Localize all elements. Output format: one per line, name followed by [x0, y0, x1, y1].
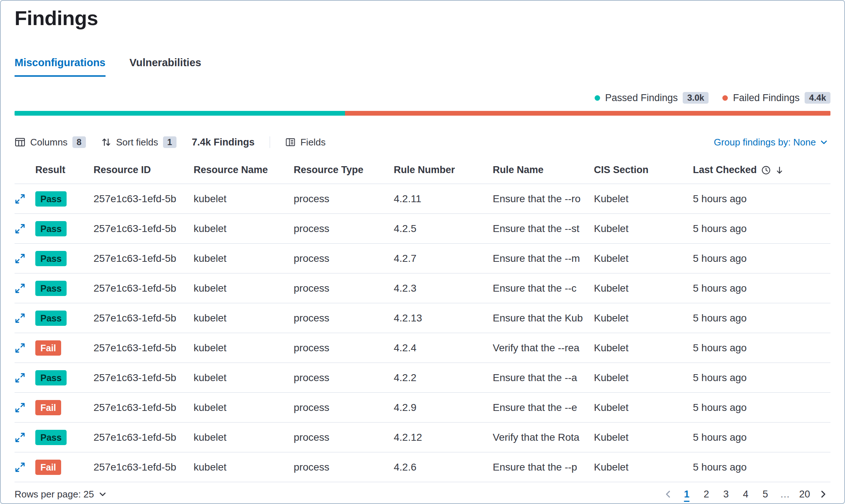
findings-table: Result Resource ID Resource Name Resourc…	[15, 151, 830, 482]
expand-finding-button[interactable]	[15, 313, 25, 324]
resource-name-cell: kubelet	[194, 303, 294, 333]
resource-name-cell: kubelet	[194, 452, 294, 482]
expand-finding-button[interactable]	[15, 432, 25, 443]
expand-cell	[15, 184, 35, 214]
result-badge: Fail	[35, 400, 61, 415]
result-badge: Pass	[35, 191, 67, 207]
expand-finding-button[interactable]	[15, 402, 25, 413]
expand-finding-button[interactable]	[15, 193, 25, 204]
resource-name-cell: kubelet	[194, 244, 294, 273]
expand-finding-button[interactable]	[15, 343, 25, 353]
result-cell: Pass	[35, 423, 94, 452]
expand-icon	[15, 253, 25, 264]
pagination-page-button[interactable]: 4	[737, 486, 754, 503]
pagination-page-button[interactable]: 5	[757, 486, 774, 503]
rule-name-cell: Ensure that the --st	[493, 214, 594, 244]
table-row: Fail 257e1c63-1efd-5b kubelet process 4.…	[15, 333, 830, 363]
expand-icon	[15, 283, 25, 294]
expand-finding-button[interactable]	[15, 372, 25, 383]
resource-name-cell: kubelet	[194, 184, 294, 214]
passed-findings-legend: Passed Findings 3.0k	[595, 92, 709, 104]
result-cell: Fail	[35, 333, 94, 363]
rule-number-cell: 4.2.11	[394, 184, 493, 214]
resource-name-column-header[interactable]: Resource Name	[194, 151, 294, 184]
pagination-page-button[interactable]: 3	[718, 486, 734, 503]
resource-name-cell: kubelet	[194, 214, 294, 244]
last-checked-column-header[interactable]: Last Checked	[693, 151, 830, 184]
last-checked-label: Last Checked	[693, 164, 757, 176]
result-cell: Pass	[35, 184, 94, 214]
resource-type-cell: process	[294, 303, 394, 333]
result-cell: Fail	[35, 452, 94, 482]
resource-name-cell: kubelet	[194, 273, 294, 303]
page-title: Findings	[15, 7, 830, 30]
cis-section-cell: Kubelet	[594, 214, 693, 244]
resource-type-cell: process	[294, 244, 394, 273]
expand-finding-button[interactable]	[15, 253, 25, 264]
expand-finding-button[interactable]	[15, 462, 25, 473]
expand-icon	[15, 223, 25, 234]
tab-vulnerabilities[interactable]: Vulnerabilities	[130, 57, 201, 77]
resource-id-cell: 257e1c63-1efd-5b	[94, 363, 194, 393]
resource-type-column-header[interactable]: Resource Type	[294, 151, 394, 184]
cis-section-cell: Kubelet	[594, 452, 693, 482]
tab-misconfigurations[interactable]: Misconfigurations	[15, 57, 106, 77]
findings-legend: Passed Findings 3.0k Failed Findings 4.4…	[15, 91, 830, 105]
last-checked-cell: 5 hours ago	[693, 452, 830, 482]
expand-icon	[15, 193, 25, 204]
cis-section-cell: Kubelet	[594, 184, 693, 214]
result-badge: Pass	[35, 221, 67, 236]
resource-id-column-header[interactable]: Resource ID	[94, 151, 194, 184]
failed-dot-icon	[722, 95, 728, 101]
result-cell: Fail	[35, 393, 94, 423]
rule-number-column-header[interactable]: Rule Number	[394, 151, 493, 184]
expand-finding-button[interactable]	[15, 283, 25, 294]
table-row: Pass 257e1c63-1efd-5b kubelet process 4.…	[15, 214, 830, 244]
previous-page-button[interactable]	[661, 489, 675, 499]
result-column-header[interactable]: Result	[35, 151, 94, 184]
cis-section-column-header[interactable]: CIS Section	[594, 151, 693, 184]
rule-number-cell: 4.2.2	[394, 363, 493, 393]
expand-icon	[15, 462, 25, 473]
resource-type-cell: process	[294, 214, 394, 244]
columns-button[interactable]: Columns 8	[15, 136, 86, 148]
result-cell: Pass	[35, 273, 94, 303]
expand-icon	[15, 432, 25, 443]
expand-column-header	[15, 151, 35, 184]
table-footer: Rows per page: 25 12345…20	[15, 482, 830, 504]
pagination-page-button[interactable]: 1	[678, 486, 695, 503]
pagination-pages: 12345…20	[678, 486, 813, 503]
resource-type-cell: process	[294, 184, 394, 214]
sort-direction-arrow-down-icon	[775, 166, 784, 175]
rule-name-cell: Verify that the Rota	[493, 423, 594, 452]
last-checked-cell: 5 hours ago	[693, 273, 830, 303]
rule-name-column-header[interactable]: Rule Name	[493, 151, 594, 184]
next-page-button[interactable]	[816, 489, 830, 499]
result-badge: Pass	[35, 281, 67, 296]
result-cell: Pass	[35, 214, 94, 244]
sort-fields-button[interactable]: Sort fields 1	[101, 136, 176, 148]
sort-fields-count-badge: 1	[163, 136, 176, 148]
last-checked-cell: 5 hours ago	[693, 363, 830, 393]
resource-id-cell: 257e1c63-1efd-5b	[94, 303, 194, 333]
rule-name-cell: Verify that the --rea	[493, 333, 594, 363]
findings-page: Findings Misconfigurations Vulnerabiliti…	[0, 0, 845, 504]
group-findings-by-button[interactable]: Group findings by: None	[712, 136, 830, 148]
pagination-page-button[interactable]: 20	[796, 486, 813, 503]
table-row: Pass 257e1c63-1efd-5b kubelet process 4.…	[15, 184, 830, 214]
expand-cell	[15, 303, 35, 333]
resource-name-cell: kubelet	[194, 393, 294, 423]
resource-type-cell: process	[294, 423, 394, 452]
last-checked-cell: 5 hours ago	[693, 423, 830, 452]
resource-id-cell: 257e1c63-1efd-5b	[94, 423, 194, 452]
rows-per-page-button[interactable]: Rows per page: 25	[15, 489, 107, 500]
pagination-page-button[interactable]: 2	[698, 486, 715, 503]
expand-finding-button[interactable]	[15, 223, 25, 234]
rule-name-cell: Ensure that the --ro	[493, 184, 594, 214]
expand-cell	[15, 273, 35, 303]
resource-id-cell: 257e1c63-1efd-5b	[94, 333, 194, 363]
expand-cell	[15, 214, 35, 244]
columns-label: Columns	[30, 137, 68, 148]
fields-button[interactable]: Fields	[285, 137, 325, 148]
tabs: Misconfigurations Vulnerabilities	[15, 57, 830, 77]
